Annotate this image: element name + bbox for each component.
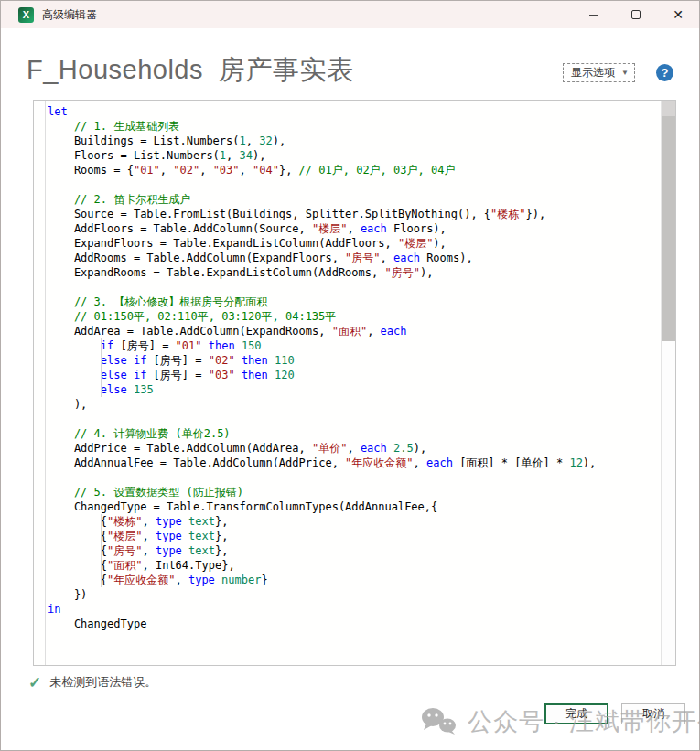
code-line: AddRooms = Table.AddColumn(ExpandFloors,… bbox=[48, 251, 661, 265]
code-line: // 2. 笛卡尔积生成户 bbox=[48, 192, 661, 207]
code-line: else if [房号] = "02" then 110 bbox=[48, 353, 661, 368]
page-title: F_Households 房产事实表 bbox=[27, 52, 354, 89]
code-line: Buildings = List.Numbers(1, 32), bbox=[48, 134, 661, 148]
display-options-button[interactable]: 显示选项 ▼ bbox=[563, 63, 635, 82]
code-line: {"楼层", type text}, bbox=[48, 529, 661, 543]
code-line: ), bbox=[48, 397, 661, 412]
status-message: 未检测到语法错误。 bbox=[49, 674, 156, 691]
code-line: if [房号] = "01" then 150 bbox=[48, 338, 661, 353]
code-line bbox=[48, 412, 661, 426]
code-line: else if [房号] = "03" then 120 bbox=[48, 368, 661, 382]
check-icon: ✓ bbox=[28, 675, 41, 691]
code-line: Source = Table.FromList(Buildings, Split… bbox=[48, 207, 661, 221]
close-icon: ✕ bbox=[673, 8, 684, 21]
minimize-icon bbox=[589, 15, 598, 16]
cancel-button[interactable]: 取消 bbox=[621, 703, 685, 724]
code-line: AddFloors = Table.AddColumn(Source, "楼层"… bbox=[48, 221, 661, 236]
wechat-icon bbox=[420, 706, 458, 737]
maximize-icon bbox=[631, 10, 641, 19]
code-line: ExpandRooms = Table.ExpandListColumn(Add… bbox=[48, 265, 661, 280]
code-line: {"楼栋", type text}, bbox=[48, 514, 661, 529]
titlebar: X 高级编辑器 ✕ bbox=[1, 1, 699, 28]
scrollbar-thumb[interactable] bbox=[662, 116, 675, 341]
chevron-down-icon: ▼ bbox=[621, 69, 629, 77]
maximize-button[interactable] bbox=[615, 1, 657, 28]
code-editor[interactable]: let // 1. 生成基础列表 Buildings = List.Number… bbox=[33, 100, 676, 666]
done-button[interactable]: 完成 bbox=[544, 703, 608, 724]
help-button[interactable]: ? bbox=[656, 64, 673, 81]
code-line: // 4. 计算物业费 (单价2.5) bbox=[48, 426, 661, 441]
code-line: ChangedType bbox=[48, 617, 661, 631]
code-line: Floors = List.Numbers(1, 34), bbox=[48, 148, 661, 163]
code-line: let bbox=[48, 104, 661, 119]
advanced-editor-window: X 高级编辑器 ✕ F_Households 房产事实表 显示选项 ▼ ? le… bbox=[0, 0, 700, 751]
code-line: AddArea = Table.AddColumn(ExpandRooms, "… bbox=[48, 324, 661, 338]
code-line: // 1. 生成基础列表 bbox=[48, 119, 661, 134]
code-line: ExpandFloors = Table.ExpandListColumn(Ad… bbox=[48, 236, 661, 251]
code-line: Rooms = {"01", "02", "03", "04"}, // 01户… bbox=[48, 163, 661, 177]
code-line: AddPrice = Table.AddColumn(AddArea, "单价"… bbox=[48, 441, 661, 456]
code-line: else 135 bbox=[48, 382, 661, 397]
code-line: // 5. 设置数据类型 (防止报错) bbox=[48, 485, 661, 499]
code-line: // 01:150平, 02:110平, 03:120平, 04:135平 bbox=[48, 309, 661, 324]
code-line: AddAnnualFee = Table.AddColumn(AddPrice,… bbox=[48, 456, 661, 470]
code-line bbox=[48, 177, 661, 192]
help-icon: ? bbox=[662, 66, 669, 80]
indent-guide bbox=[101, 338, 102, 397]
code-line: in bbox=[48, 602, 661, 617]
code-line: }) bbox=[48, 587, 661, 602]
code-line bbox=[48, 470, 661, 485]
indent-guide bbox=[101, 514, 102, 587]
code-line: {"面积", Int64.Type}, bbox=[48, 558, 661, 573]
display-options-label: 显示选项 bbox=[571, 65, 615, 80]
excel-icon: X bbox=[18, 7, 34, 23]
code-area[interactable]: let // 1. 生成基础列表 Buildings = List.Number… bbox=[34, 101, 661, 665]
code-line: // 3. 【核心修改】根据房号分配面积 bbox=[48, 295, 661, 309]
code-line: {"房号", type text}, bbox=[48, 543, 661, 558]
code-line bbox=[48, 280, 661, 295]
code-line: ChangedType = Table.TransformColumnTypes… bbox=[48, 499, 661, 514]
window-title: 高级编辑器 bbox=[42, 7, 97, 23]
vertical-scrollbar[interactable] bbox=[661, 101, 675, 665]
close-button[interactable]: ✕ bbox=[657, 1, 699, 28]
scrollbar-top-cap[interactable] bbox=[662, 101, 675, 116]
window-controls: ✕ bbox=[573, 1, 699, 28]
minimize-button[interactable] bbox=[573, 1, 615, 28]
code-line: {"年应收金额", type number} bbox=[48, 573, 661, 587]
syntax-status: ✓ 未检测到语法错误。 bbox=[28, 674, 156, 691]
